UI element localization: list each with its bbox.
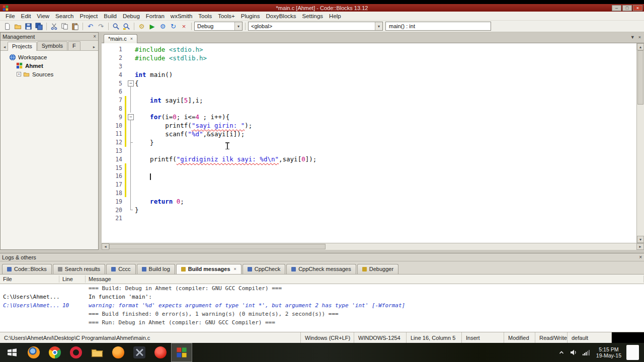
taskbar-aimp[interactable] xyxy=(150,343,171,362)
run-icon[interactable]: ▶ xyxy=(147,22,157,31)
editor-line-6[interactable]: 6 xyxy=(102,87,644,96)
fold-marker[interactable] xyxy=(127,113,134,121)
menu-item-doxyblocks[interactable]: DoxyBlocks xyxy=(263,13,299,19)
log-row[interactable]: === Run: Debug in Ahmet (compiler: GNU G… xyxy=(0,318,644,327)
tabs-scroll-left-icon[interactable]: ◄ xyxy=(2,43,8,50)
scroll-down-icon[interactable]: ▼ xyxy=(637,236,644,243)
management-close-icon[interactable]: × xyxy=(93,34,96,39)
menu-item-wxsmith[interactable]: wxSmith xyxy=(168,13,195,19)
tree-item-workspace[interactable]: Workspace xyxy=(1,53,98,61)
logs-tab-search-results[interactable]: Search results xyxy=(53,264,105,274)
build-icon[interactable]: ⚙ xyxy=(137,22,146,31)
logs-tab-build-messages[interactable]: Build messages× xyxy=(176,264,242,274)
menu-item-tools[interactable]: Tools xyxy=(195,13,215,19)
menu-item-project[interactable]: Project xyxy=(77,13,101,19)
editor-line-20[interactable]: 20} xyxy=(102,206,644,214)
scope-combo[interactable]: <global>▾ xyxy=(248,22,383,31)
log-row[interactable]: === Build finished: 0 error(s), 1 warnin… xyxy=(0,310,644,318)
dropdown-arrow-icon[interactable]: ▾ xyxy=(234,22,242,30)
scroll-up-icon[interactable]: ▲ xyxy=(637,43,644,50)
menu-item-settings[interactable]: Settings xyxy=(299,13,327,19)
expand-icon[interactable]: + xyxy=(17,72,21,76)
network-icon[interactable] xyxy=(582,348,590,356)
log-tab-close-icon[interactable]: × xyxy=(234,266,236,272)
editor-line-10[interactable]: 10 printf("sayi girin: "); xyxy=(102,121,644,130)
save-all-icon[interactable] xyxy=(34,22,44,31)
editor-line-16[interactable]: 16 xyxy=(102,172,644,180)
menu-item-file[interactable]: File xyxy=(3,13,18,19)
logs-tab-cccc[interactable]: Cccc xyxy=(106,264,135,274)
menu-item-edit[interactable]: Edit xyxy=(18,13,34,19)
editor-line-17[interactable]: 17 xyxy=(102,180,644,189)
taskbar-firefox[interactable] xyxy=(23,343,44,362)
goto-icon[interactable] xyxy=(122,22,131,31)
copy-icon[interactable] xyxy=(60,22,69,31)
editor-line-1[interactable]: 1#include <stdio.h> xyxy=(102,45,644,54)
fold-marker[interactable] xyxy=(127,79,134,87)
log-row[interactable]: C:\Users\Ahmet...In function 'main': xyxy=(0,293,644,301)
editor-line-5[interactable]: 5{ xyxy=(102,79,644,87)
dropdown-arrow-icon[interactable]: ▾ xyxy=(375,22,382,30)
editor-line-13[interactable]: 13 xyxy=(102,147,644,155)
vertical-scrollbar[interactable]: ▲ ▼ xyxy=(636,43,644,243)
taskbar-chrome[interactable] xyxy=(44,343,65,362)
scroll-left-icon[interactable]: ◄ xyxy=(102,243,109,250)
menu-item-plugins[interactable]: Plugins xyxy=(238,13,263,19)
hscroll-track[interactable] xyxy=(109,243,636,250)
find-icon[interactable] xyxy=(111,22,121,31)
menu-item-build[interactable]: Build xyxy=(101,13,120,19)
taskbar-avast[interactable] xyxy=(108,343,129,362)
management-tab-symbols[interactable]: Symbols xyxy=(37,41,67,50)
menu-item-view[interactable]: View xyxy=(34,13,52,19)
editor-tab-main-c[interactable]: *main.c × xyxy=(104,34,137,43)
taskbar-clock[interactable]: 5:15 PM 19-May-15 xyxy=(596,346,621,359)
menu-item-tools[interactable]: Tools+ xyxy=(215,13,238,19)
rebuild-icon[interactable]: ↻ xyxy=(169,22,178,31)
taskbar-codeblocks[interactable] xyxy=(171,343,192,362)
logs-tab-cppcheck[interactable]: CppCheck xyxy=(243,264,285,274)
logs-tab-code-blocks[interactable]: Code::Blocks xyxy=(2,264,52,274)
tree-item-sources[interactable]: +Sources xyxy=(1,70,98,78)
management-tab-projects[interactable]: Projects xyxy=(8,42,37,51)
touch-keyboard-button[interactable] xyxy=(626,345,639,360)
tab-close-icon[interactable]: × xyxy=(130,36,133,41)
abort-build-icon[interactable]: × xyxy=(179,22,189,31)
vscrollbar-thumb[interactable] xyxy=(637,50,643,105)
editor-line-7[interactable]: 7 int sayi[5],i; xyxy=(102,96,644,105)
logs-tab-build-log[interactable]: Build log xyxy=(137,264,175,274)
editor-line-14[interactable]: 14 printf("girdiginiz ilk sayi: %d\n",sa… xyxy=(102,155,644,163)
window-titlebar[interactable]: *main.c [Ahmet] - Code::Blocks 13.12 – □… xyxy=(0,4,644,12)
editor-line-4[interactable]: 4int main() xyxy=(102,70,644,79)
logs-tab-debugger[interactable]: Debugger xyxy=(357,264,398,274)
tree-item-ahmet[interactable]: Ahmet xyxy=(1,61,98,70)
hidden-icons-icon[interactable] xyxy=(558,349,565,356)
taskbar-opera[interactable] xyxy=(65,343,87,362)
tab-list-icon[interactable]: ▼ xyxy=(630,35,635,40)
editor-line-3[interactable]: 3 xyxy=(102,62,644,71)
editor-line-9[interactable]: 9 for(i=0; i<=4 ; i++){ xyxy=(102,113,644,121)
editor-line-11[interactable]: 11 scanf("%d",&sayi[i]); xyxy=(102,130,644,138)
paste-icon[interactable] xyxy=(70,22,80,31)
menu-item-help[interactable]: Help xyxy=(326,13,344,19)
close-button[interactable]: × xyxy=(633,5,642,11)
menu-item-fortran[interactable]: Fortran xyxy=(143,13,168,19)
redo-icon[interactable]: ↷ xyxy=(96,22,106,31)
logs-tab-cppcheck-messages[interactable]: CppCheck messages xyxy=(286,264,356,274)
code-editor[interactable]: 1#include <stdio.h>2#include <stdlib.h>3… xyxy=(102,43,644,243)
menu-item-debug[interactable]: Debug xyxy=(120,13,143,19)
maximize-button[interactable]: □ xyxy=(622,5,632,11)
editor-line-15[interactable]: 15 xyxy=(102,163,644,172)
editor-line-19[interactable]: 19 return 0; xyxy=(102,197,644,206)
editor-line-12[interactable]: 12 } xyxy=(102,138,644,147)
build-target-combo[interactable]: Debug▾ xyxy=(194,22,243,31)
save-file-icon[interactable] xyxy=(24,22,33,31)
menu-item-search[interactable]: Search xyxy=(52,13,76,19)
minimize-button[interactable]: – xyxy=(612,5,621,11)
horizontal-scrollbar[interactable]: ◄ ► xyxy=(102,243,644,250)
start-button[interactable] xyxy=(1,343,23,362)
taskbar-x-app[interactable] xyxy=(129,343,150,362)
management-tab-f[interactable]: F xyxy=(68,41,80,50)
undo-icon[interactable]: ↶ xyxy=(86,22,95,31)
tabs-scroll-right-icon[interactable]: ► xyxy=(91,43,97,50)
log-row[interactable]: === Build: Debug in Ahmet (compiler: GNU… xyxy=(0,284,644,293)
